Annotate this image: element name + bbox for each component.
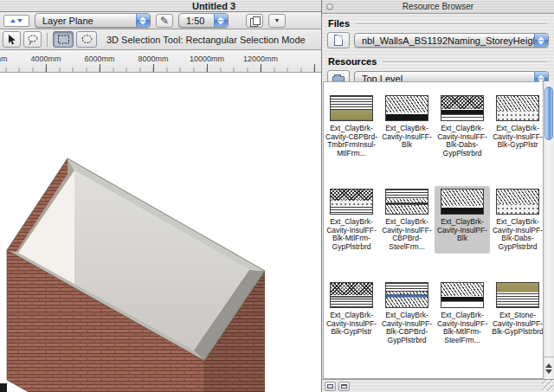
extract-file-button[interactable] — [327, 32, 350, 48]
resource-label: Ext_ClayBrk-Cavity-InsulPF-Blk — [435, 218, 489, 243]
close-button[interactable] — [326, 3, 333, 10]
ruler-label: 10000mm — [180, 55, 234, 63]
popup-arrows-icon — [538, 36, 544, 44]
resource-thumbnail — [385, 95, 428, 121]
ruler-label: 12000mm — [234, 55, 287, 63]
resource-item[interactable]: Ext_ClayBrk-Cavity-InsulPF-Blk-MtlFrm-St… — [435, 280, 490, 347]
marquee-lasso-icon — [81, 34, 93, 45]
desktop-corner — [0, 383, 7, 392]
ruler-label: 6000mm — [73, 55, 126, 63]
resource-label: Ext_ClayBrk-Cavity-InsulPF-Blk-MtlFrm-St… — [435, 312, 489, 344]
resource-label: Ext_ClayBrk-Cavity-InsulPF-Blk-CBPBrd-Gy… — [380, 312, 434, 344]
resource-item[interactable]: Ext_ClayBrk-Cavity-InsulFF-Blk-GypPlstr — [490, 93, 543, 160]
selection-tool-button[interactable] — [3, 31, 21, 48]
resource-thumbnail — [441, 282, 484, 308]
layer-plane-dropdown[interactable]: Layer Plane — [35, 13, 151, 28]
resources-section-header: Resources — [328, 56, 549, 67]
document-window: Untitled 3 Layer Plane ✎ 1:50 ▼ — [0, 0, 321, 392]
resource-label: Ext_Stone-Cavity-InsulPF-Blk-GypPlstrbrd — [491, 312, 543, 337]
ruler-label: 8000mm — [126, 55, 180, 63]
resource-item[interactable]: Ext_ClayBrk-Cavity-InsulPF-Blk-CBPBrd-Gy… — [379, 280, 435, 347]
resource-thumbnail — [496, 189, 539, 215]
drawing-canvas[interactable] — [0, 73, 321, 392]
chevron-down-icon: ▼ — [273, 17, 282, 23]
stepper-up-icon — [10, 16, 16, 22]
resource-browser-panel: Resource Browser Files nbl_WallsA_BS1192… — [321, 0, 554, 392]
rectangular-selection-mode-button[interactable] — [53, 31, 74, 48]
resize-grip[interactable] — [542, 380, 553, 391]
resource-thumbnail — [496, 282, 539, 308]
resource-thumbnail — [441, 189, 484, 215]
tool-status-text: 3D Selection Tool: Rectangular Selection… — [106, 35, 306, 45]
cursor-arrow-icon — [6, 34, 18, 46]
layers-view-button[interactable] — [246, 14, 263, 28]
stepper-down-icon — [17, 19, 23, 25]
pen-tool-button[interactable]: ✎ — [156, 14, 173, 28]
files-row: nbl_WallsA_BS1192Naming_StoreyHeight — [322, 30, 554, 52]
resource-item-selected[interactable]: Ext_ClayBrk-Cavity-InsulPF-Blk — [435, 186, 490, 254]
view-toolbar: Layer Plane ✎ 1:50 ▼ — [0, 12, 321, 29]
lasso-icon — [27, 34, 39, 46]
marquee-rect-icon — [57, 34, 70, 45]
lasso-selection-mode-button[interactable] — [76, 31, 97, 48]
horizontal-ruler: 2000mm 4000mm 6000mm 8000mm 10000mm 1200… — [0, 50, 321, 73]
window-title: Untitled 3 — [192, 0, 235, 12]
resource-item[interactable]: Ext_ClayBrk-Cavity-InsulFF-CBPBrd-SteelF… — [379, 186, 435, 254]
resource-item[interactable]: Ext_ClayBrk-Cavity-CBPBrd-TmbrFrmInsul-M… — [324, 93, 379, 160]
section-divider — [383, 61, 547, 62]
tool-mode-bar: 3D Selection Tool: Rectangular Selection… — [0, 29, 321, 50]
resource-item[interactable]: Ext_ClayBrk-Cavity-InsulPF-Blk-Dabs-GypP… — [490, 186, 543, 254]
resource-thumbnail — [330, 95, 373, 121]
lasso-tool-button[interactable] — [23, 31, 42, 48]
document-icon — [334, 35, 343, 46]
scroll-up-button[interactable] — [545, 363, 552, 368]
vertical-scrollbar[interactable] — [543, 81, 554, 379]
resource-thumbnail — [441, 95, 484, 121]
panel-titlebar[interactable]: Resource Browser — [322, 0, 554, 14]
files-label: Files — [328, 18, 350, 29]
resource-thumbnail — [385, 189, 428, 215]
section-divider — [356, 23, 547, 24]
file-dropdown[interactable]: nbl_WallsA_BS1192Naming_StoreyHeight — [354, 33, 549, 48]
popup-arrows-icon — [538, 74, 544, 82]
resource-thumbnail — [385, 282, 428, 308]
room-model-3d[interactable] — [0, 73, 321, 392]
preview-toggle-button[interactable] — [325, 382, 336, 391]
resource-label: Ext_ClayBrk-Cavity-InsulFF-Blk-GypPlstr — [491, 125, 543, 150]
resource-grid: Ext_ClayBrk-Cavity-CBPBrd-TmbrFrmInsul-M… — [323, 81, 543, 379]
panel-title: Resource Browser — [322, 0, 554, 14]
scrollbar-thumb[interactable] — [544, 87, 553, 140]
view-options-button[interactable]: ▼ — [268, 14, 286, 28]
document-titlebar[interactable]: Untitled 3 — [0, 0, 321, 12]
files-section-header: Files — [328, 18, 549, 29]
resource-item[interactable]: Ext_ClayBrk-Cavity-InsulPF-Blk-GypPlstr — [324, 280, 379, 347]
ruler-label: 4000mm — [19, 55, 73, 63]
ruler-label: 2000mm — [0, 55, 19, 63]
file-dropdown-value: nbl_WallsA_BS1192Naming_StoreyHeight — [362, 35, 541, 46]
preview-icon — [327, 384, 333, 389]
popup-arrows-icon — [217, 16, 224, 24]
resource-item[interactable]: Ext_Stone-Cavity-InsulPF-Blk-GypPlstrbrd — [490, 280, 543, 347]
resource-label: Ext_ClayBrk-Cavity-InsulPF-Blk-Dabs-GypP… — [491, 218, 543, 251]
popup-arrows-icon — [139, 16, 146, 24]
resource-label: Ext_ClayBrk-Cavity-CBPBrd-TmbrFrmInsul-M… — [325, 125, 378, 157]
scale-dropdown[interactable]: 1:50 — [178, 13, 229, 28]
pane-scroll-stepper[interactable] — [3, 15, 29, 27]
window-mode-button[interactable] — [338, 382, 350, 391]
scroll-down-button[interactable] — [545, 370, 552, 374]
panel-bottom-bar — [322, 379, 554, 392]
window-icon — [341, 384, 347, 389]
scale-value: 1:50 — [186, 16, 204, 26]
resource-label: Ext_ClayBrk-Cavity-InsulFF-Blk — [380, 125, 434, 150]
pages-icon — [250, 16, 259, 25]
resource-item[interactable]: Ext_ClayBrk-Cavity-InsulFF-Blk-Dabs-GypP… — [435, 93, 490, 160]
resource-label: Ext_ClayBrk-Cavity-InsulPF-Blk-GypPlstr — [325, 312, 378, 337]
layer-plane-value: Layer Plane — [42, 16, 93, 26]
resource-label: Ext_ClayBrk-Cavity-InsulFF-CBPBrd-SteelF… — [380, 218, 434, 251]
resource-item[interactable]: Ext_ClayBrk-Cavity-InsulFF-Blk-MtlFrm-Gy… — [324, 186, 379, 254]
resource-item[interactable]: Ext_ClayBrk-Cavity-InsulFF-Blk — [379, 93, 435, 160]
toolbar-divider — [47, 33, 48, 47]
ruler-labels: 2000mm 4000mm 6000mm 8000mm 10000mm 1200… — [0, 55, 287, 63]
resources-label: Resources — [328, 56, 377, 67]
resource-thumbnail — [496, 95, 539, 121]
